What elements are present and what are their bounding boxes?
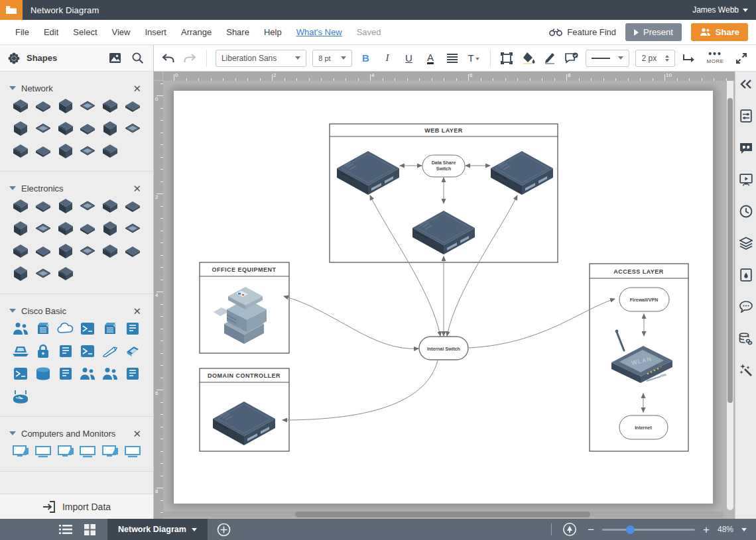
speaker-set-icon[interactable] (32, 264, 54, 283)
game-console-icon[interactable] (99, 242, 121, 260)
section-close-icon[interactable]: ✕ (130, 82, 144, 95)
font-family-select[interactable]: Liberation Sans (216, 50, 306, 67)
security-lock-icon[interactable] (32, 342, 54, 360)
notes-panel-icon[interactable] (739, 140, 753, 155)
app-logo-folder-icon[interactable] (0, 0, 23, 20)
slides-panel-icon[interactable] (739, 172, 753, 187)
feature-find-button[interactable]: Feature Find (549, 27, 616, 37)
tablet-icon[interactable] (121, 197, 144, 215)
zoom-slider-knob[interactable] (626, 525, 635, 534)
page-tab[interactable]: Network Diagram (107, 519, 208, 540)
diagram-page[interactable]: WLAN WEB LAYER OFFICE EQUIPMENT (174, 91, 713, 504)
fullscreen-button[interactable] (734, 50, 750, 67)
history-icon[interactable] (739, 204, 753, 219)
present-button[interactable]: Present (625, 23, 682, 41)
speaker-pair-icon[interactable] (9, 197, 32, 215)
firewall-vpn-node[interactable]: Firewall/VPN (619, 288, 669, 311)
add-page-icon[interactable] (214, 519, 234, 539)
drawing-canvas[interactable]: 0246810 02468 (154, 72, 735, 519)
monitor-icon[interactable] (9, 442, 32, 460)
server-icon[interactable] (9, 97, 32, 115)
shape-data-button[interactable] (564, 50, 580, 67)
menu-file[interactable]: File (8, 27, 36, 37)
text-options-button[interactable]: T (466, 50, 481, 67)
line-width-stepper[interactable]: 2 px (635, 50, 675, 67)
menu-help[interactable]: Help (257, 27, 289, 37)
copier-icon[interactable] (32, 97, 54, 115)
stepper-carets[interactable] (665, 55, 669, 62)
mini-server-icon[interactable] (99, 119, 121, 138)
workstation-icon[interactable] (76, 342, 99, 360)
search-icon[interactable] (129, 50, 145, 66)
font-size-select[interactable]: 8 pt (312, 50, 352, 67)
stapler-icon[interactable] (99, 197, 121, 215)
magic-wand-icon[interactable] (739, 363, 753, 378)
multifunction-printer-icon[interactable] (121, 97, 144, 115)
bridge-icon[interactable] (32, 119, 54, 138)
shape-frame-button[interactable] (499, 50, 515, 67)
menu-view[interactable]: View (105, 27, 138, 37)
theme-styles-icon[interactable] (739, 268, 753, 282)
zoom-slider[interactable] (602, 529, 695, 531)
pen-icon[interactable] (99, 342, 121, 360)
media-player-icon[interactable] (54, 242, 77, 260)
user-account-menu[interactable]: James Webb (692, 5, 748, 15)
undo-button[interactable] (160, 50, 176, 67)
server-icon[interactable] (76, 319, 99, 338)
section-collapse-icon[interactable] (9, 86, 16, 90)
redo-button[interactable] (182, 50, 198, 67)
page-grid-view-icon[interactable] (80, 519, 99, 539)
user-group-icon[interactable] (99, 364, 121, 383)
laptop-icon[interactable] (9, 342, 32, 360)
page-settings-icon[interactable] (739, 109, 753, 123)
workstation-user-icon[interactable] (9, 319, 32, 338)
fill-color-button[interactable] (521, 50, 536, 67)
menu-select[interactable]: Select (66, 27, 104, 37)
screen-icon[interactable] (54, 442, 77, 460)
text-color-button[interactable]: A (422, 50, 438, 67)
display-icon[interactable] (76, 442, 99, 460)
italic-button[interactable]: I (379, 50, 395, 67)
graphics-tablet-icon[interactable] (76, 242, 99, 260)
chevron-down-icon[interactable] (741, 528, 747, 531)
line-color-button[interactable] (542, 50, 558, 67)
pda-icon[interactable] (9, 219, 32, 238)
office-printer-icon[interactable] (9, 142, 32, 160)
hard-drive-icon[interactable] (32, 219, 54, 238)
more-tools-button[interactable]: ••• MORE (703, 52, 728, 64)
section-close-icon[interactable]: ✕ (130, 305, 144, 317)
fit-to-screen-icon[interactable] (560, 519, 580, 539)
file-server-icon[interactable] (9, 364, 32, 383)
zoom-in-button[interactable]: + (703, 524, 710, 535)
section-collapse-icon[interactable] (9, 186, 16, 190)
monitor-icon[interactable] (9, 242, 32, 260)
wireless-router-icon[interactable] (9, 387, 32, 405)
console-icon[interactable] (9, 264, 32, 283)
share-button[interactable]: Share (691, 23, 748, 41)
bold-button[interactable]: B (358, 50, 374, 67)
internal-switch-node[interactable]: Internal Switch (419, 337, 468, 360)
user-pair-icon[interactable] (76, 364, 99, 383)
comments-icon[interactable] (739, 299, 753, 314)
internet-node[interactable]: Internet (619, 415, 668, 439)
surround-system-icon[interactable] (54, 197, 77, 215)
flatbed-scanner-icon[interactable] (99, 219, 121, 238)
layers-icon[interactable] (739, 236, 753, 250)
atm-switch-icon[interactable] (54, 364, 77, 383)
connector-type-button[interactable] (681, 50, 697, 67)
storage-unit-icon[interactable] (99, 97, 121, 115)
touchpad-icon[interactable] (54, 219, 77, 238)
headset-icon[interactable] (121, 219, 144, 238)
vertical-scrollbar-thumb[interactable] (727, 98, 733, 403)
menu-insert[interactable]: Insert (137, 27, 174, 37)
desktop-tower-icon[interactable] (76, 219, 99, 238)
section-collapse-icon[interactable] (9, 431, 16, 435)
whats-new-link[interactable]: What's New (289, 27, 349, 37)
router-stack-icon[interactable] (99, 319, 121, 338)
menu-share[interactable]: Share (219, 27, 257, 37)
home-theater-icon[interactable] (32, 197, 54, 215)
storage-cylinder-icon[interactable] (32, 364, 54, 383)
router-icon[interactable] (54, 342, 77, 360)
line-style-select[interactable] (586, 50, 630, 67)
data-share-switch-node[interactable]: Data Share Switch (422, 155, 465, 177)
